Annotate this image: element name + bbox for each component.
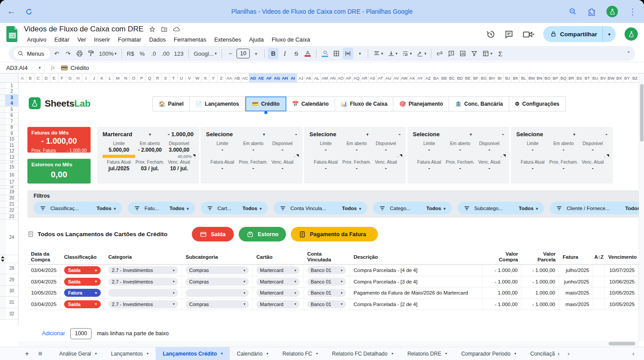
column-header[interactable]: Z xyxy=(217,73,225,82)
cell-date[interactable]: 10/05/2025 xyxy=(27,287,61,299)
column-header[interactable]: AP xyxy=(345,73,353,82)
undo-button[interactable]: ↶ xyxy=(51,48,62,59)
column-header[interactable]: AH xyxy=(281,73,289,82)
row-header[interactable]: 9 xyxy=(0,130,18,137)
more-formats-button[interactable]: 123 xyxy=(172,48,186,59)
card-name[interactable]: Selecione xyxy=(309,131,336,138)
row-header[interactable]: 8 xyxy=(0,125,18,131)
side-panel-collapse-icon[interactable]: ‹ xyxy=(633,350,634,357)
browser-back-icon[interactable]: ← xyxy=(7,7,15,16)
column-header[interactable]: BS xyxy=(575,73,583,82)
cell-valor-parcela[interactable]: - 1.000,00 xyxy=(522,276,559,287)
filter-pill[interactable]: Classificaç... Todos ▾ xyxy=(34,202,122,214)
text-color-button[interactable]: A xyxy=(302,48,313,59)
column-header[interactable]: AQ xyxy=(353,73,361,82)
select-all-corner[interactable] xyxy=(0,73,19,82)
column-header[interactable]: AE xyxy=(257,73,265,82)
card-name[interactable]: Martercard xyxy=(103,131,132,138)
column-header[interactable]: AR xyxy=(361,73,369,82)
cell-valor-compra[interactable]: - 1.000,00 xyxy=(483,299,522,310)
sheet-tab-caret[interactable]: ▾ xyxy=(147,352,149,356)
menu-item[interactable]: Ferramentas xyxy=(171,36,210,43)
column-header[interactable]: BN xyxy=(536,73,544,82)
column-header[interactable]: AW xyxy=(400,73,408,82)
sheet-tab-caret[interactable]: ▾ xyxy=(95,352,97,356)
card-select-caret[interactable]: ▾ xyxy=(366,132,369,137)
decrease-decimals-button[interactable]: .0 xyxy=(148,48,159,59)
column-header[interactable]: BV xyxy=(599,73,607,82)
column-header[interactable]: AK xyxy=(305,73,313,82)
functions-button[interactable]: Σ xyxy=(495,48,506,59)
column-header[interactable]: V xyxy=(186,73,194,82)
column-header[interactable]: BB xyxy=(440,73,448,82)
vertical-scrollbar[interactable] xyxy=(639,73,644,341)
row-header[interactable]: 23 xyxy=(0,214,18,220)
column-header[interactable]: AB xyxy=(233,73,241,82)
filter-pill[interactable]: Cart... Todos ▾ xyxy=(201,202,268,214)
column-header[interactable]: Y xyxy=(210,73,217,82)
row-header[interactable]: 7 xyxy=(0,119,18,125)
menu-item[interactable]: Extensões xyxy=(211,36,244,43)
cartao-dropdown[interactable]: Martercard▾ xyxy=(256,266,300,274)
insert-link-button[interactable] xyxy=(434,48,445,59)
insert-chart-button[interactable] xyxy=(457,48,468,59)
column-header[interactable]: BJ xyxy=(504,73,512,82)
row-header[interactable]: 21 xyxy=(0,201,18,207)
cell-descricao[interactable]: Compra Parcelada - [4 de 4] xyxy=(350,265,483,276)
borders-button[interactable] xyxy=(331,48,342,59)
row-header[interactable]: 6 xyxy=(0,113,18,119)
filter-value[interactable]: Todos ▾ xyxy=(625,206,639,211)
cell-vencimento[interactable]: 10/05/2025 xyxy=(605,287,639,299)
column-header[interactable]: N xyxy=(122,73,130,82)
fill-color-button[interactable] xyxy=(320,48,330,59)
column-header[interactable]: R xyxy=(154,73,162,82)
cartao-dropdown[interactable]: Martercard▾ xyxy=(256,278,300,286)
column-header[interactable]: E xyxy=(50,73,58,82)
sheet-tab[interactable]: Calendário ▾ xyxy=(230,347,275,360)
column-header[interactable]: AN xyxy=(329,73,337,82)
row-header[interactable]: 22 xyxy=(0,207,18,214)
cell-valor-parcela[interactable]: - 1.000,00 xyxy=(522,265,559,276)
column-header[interactable]: AL xyxy=(313,73,321,82)
classificacao-dropdown[interactable]: Saída▾ xyxy=(64,278,101,286)
column-header[interactable]: AG xyxy=(273,73,281,82)
document-title[interactable]: Videos de Fluxo de Caixa com DRE xyxy=(24,25,144,34)
cell-descricao[interactable]: Compra Parcelada - [2 de 4] xyxy=(350,299,483,310)
cartao-dropdown[interactable]: Martercard▾ xyxy=(256,300,300,308)
estorno-button[interactable]: Estorno xyxy=(239,227,286,241)
categoria-dropdown[interactable]: 2.7 - Investimentos▾ xyxy=(108,266,178,274)
format-currency-button[interactable]: R$ xyxy=(125,48,136,59)
column-header[interactable]: AU xyxy=(385,73,392,82)
row-header[interactable]: 16 xyxy=(0,171,18,179)
column-header[interactable]: BG xyxy=(480,73,488,82)
cell-fatura[interactable]: maio/2025 xyxy=(559,287,593,299)
column-header[interactable]: W xyxy=(194,73,202,82)
cell-valor-parcela[interactable]: - 1.000,00 xyxy=(522,299,559,310)
column-header[interactable]: AO xyxy=(337,73,345,82)
classificacao-dropdown[interactable]: Saída▾ xyxy=(64,266,101,274)
sort-az-icon[interactable]: A↕Z xyxy=(593,254,605,260)
menu-item[interactable]: Editar xyxy=(51,36,72,43)
column-header[interactable]: BY xyxy=(623,73,631,82)
menu-item[interactable]: Ajuda xyxy=(246,36,267,43)
nav-tab[interactable]: 📄 Lançamentos xyxy=(190,96,245,111)
card-select-caret[interactable]: ▾ xyxy=(470,132,472,137)
cell-descricao[interactable]: Pagamento da Fatura de Maio/2026 do Mart… xyxy=(350,287,483,299)
cell-date[interactable]: 03/04/2025 xyxy=(27,276,61,287)
sheet-tab-caret[interactable]: ▾ xyxy=(514,352,516,356)
cell-fatura[interactable]: maio/2025 xyxy=(559,299,593,310)
column-header[interactable]: BT xyxy=(583,73,591,82)
cell-valor-parcela[interactable]: 1.000,00 xyxy=(522,287,559,299)
row-header[interactable]: 14 xyxy=(0,161,18,164)
add-rows-count-input[interactable] xyxy=(70,328,91,339)
column-header[interactable]: H xyxy=(74,73,82,82)
column-header[interactable]: AT xyxy=(377,73,385,82)
sheet-tab[interactable]: Relatorio FC Detalhado ▾ xyxy=(325,347,400,360)
format-percent-button[interactable]: % xyxy=(137,48,147,59)
row-header[interactable]: 3 xyxy=(0,95,18,101)
column-header[interactable]: BP xyxy=(552,73,560,82)
column-header[interactable]: BL xyxy=(520,73,528,82)
strikethrough-button[interactable]: S xyxy=(291,48,301,59)
print-button[interactable] xyxy=(74,48,85,59)
sheet-tab-caret[interactable]: ▾ xyxy=(267,352,268,356)
